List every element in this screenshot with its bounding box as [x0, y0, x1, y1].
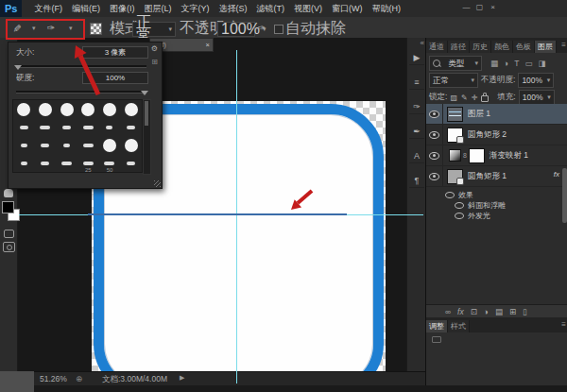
brush-preset[interactable] — [13, 154, 35, 172]
delete-layer-icon[interactable]: ▯ — [523, 307, 527, 316]
vertical-guide[interactable] — [236, 50, 237, 383]
menu-view[interactable]: 视图(V) — [289, 1, 327, 17]
filter-kind-dropdown[interactable]: 类型 ▾ — [429, 56, 482, 71]
menu-type[interactable]: 文字(Y) — [176, 1, 214, 17]
brush-panel-icon[interactable]: ✑ — [409, 100, 424, 114]
brush-grid-scrollbar[interactable] — [143, 99, 151, 175]
new-adjustment-layer-icon[interactable]: ◑ — [484, 307, 489, 316]
hand-tool-icon[interactable] — [4, 189, 13, 197]
brush-preset[interactable] — [35, 136, 57, 154]
panel-menu-icon[interactable]: ≡ — [561, 320, 566, 329]
lock-all-icon[interactable] — [481, 95, 489, 102]
eye-icon[interactable] — [445, 192, 455, 198]
brush-preset[interactable] — [120, 100, 142, 118]
brush-preset[interactable] — [13, 118, 35, 136]
auto-erase-checkbox[interactable] — [274, 25, 284, 34]
brush-preset[interactable] — [35, 154, 57, 172]
visibility-toggle[interactable] — [426, 166, 443, 186]
layer-name[interactable]: 圆角矩形 1 — [468, 171, 507, 182]
shape-layer-thumbnail[interactable] — [447, 169, 463, 184]
layer-row-layer1[interactable]: 图层 1 — [426, 104, 567, 125]
effect-outer-glow-row[interactable]: 外发光 — [426, 211, 567, 221]
layer-mask-thumbnail[interactable] — [469, 148, 485, 163]
brush-preset[interactable] — [56, 100, 77, 118]
tab-color[interactable]: 颜色 — [491, 41, 513, 53]
brush-preset[interactable] — [77, 136, 99, 154]
eye-icon[interactable] — [429, 131, 439, 139]
hardness-slider-thumb[interactable] — [141, 91, 148, 95]
layer-thumbnail[interactable] — [447, 107, 463, 122]
effect-bevel-emboss-row[interactable]: 斜面和浮雕 — [426, 200, 567, 211]
lock-position-icon[interactable]: ✛ — [472, 94, 478, 102]
tab-channels[interactable]: 通道 — [426, 41, 448, 53]
visibility-toggle[interactable] — [426, 104, 443, 124]
brush-preset[interactable] — [13, 100, 35, 118]
tool-preset-picker-icon[interactable] — [90, 23, 102, 35]
new-brush-preset-icon[interactable]: ⊞ — [151, 58, 158, 66]
brush-preset[interactable] — [13, 136, 35, 154]
brush-preset[interactable] — [77, 100, 99, 118]
adjustment-layer-icon[interactable] — [449, 149, 461, 162]
zoom-level[interactable]: 51.26% — [40, 374, 67, 383]
tab-adjustments[interactable]: 调整 — [426, 320, 448, 332]
tab-styles[interactable]: 样式 — [448, 320, 470, 332]
size-slider-thumb[interactable] — [14, 65, 22, 70]
add-layer-mask-icon[interactable]: ⊡ — [471, 307, 477, 316]
brush-presets-panel-icon[interactable]: ✒ — [409, 125, 424, 139]
actions-panel-icon[interactable]: ▶ — [409, 51, 424, 65]
status-flyout-arrow-icon[interactable]: ▶ — [180, 374, 184, 382]
brush-preset[interactable] — [99, 100, 121, 118]
filter-smart-objects-icon[interactable]: ◨ — [538, 59, 545, 68]
brush-preset[interactable] — [99, 136, 121, 154]
maximize-button[interactable]: ▢ — [473, 2, 486, 13]
menu-select[interactable]: 选择(S) — [214, 1, 251, 17]
lock-transparent-pixels-icon[interactable]: ▨ — [450, 94, 457, 102]
eye-icon[interactable] — [455, 213, 464, 219]
effects-header-row[interactable]: 效果 — [426, 190, 567, 200]
menu-help[interactable]: 帮助(H) — [367, 1, 405, 17]
document-tab-close-icon[interactable]: × — [206, 41, 210, 49]
brush-preset[interactable] — [77, 118, 99, 136]
layer-row-rounded-rect-2[interactable]: 圆角矩形 2 — [426, 125, 567, 145]
eye-icon[interactable] — [455, 202, 464, 209]
airbrush-icon[interactable]: ✑ — [321, 21, 329, 36]
layer-style-icon[interactable]: fx — [457, 307, 464, 316]
layer-name[interactable]: 渐变映射 1 — [490, 150, 528, 162]
brush-preset[interactable] — [56, 136, 77, 154]
layers-blend-mode-dropdown[interactable]: 正常 ▾ — [429, 73, 478, 88]
filter-adjustment-layers-icon[interactable]: ◑ — [504, 59, 508, 68]
brush-preset[interactable] — [120, 154, 142, 172]
brush-preset[interactable] — [35, 100, 57, 118]
fill-dropdown[interactable]: 100% ▾ — [519, 90, 555, 105]
close-button[interactable]: × — [487, 2, 499, 13]
filter-pixel-layers-icon[interactable]: ▦ — [490, 59, 498, 68]
brush-preset[interactable] — [120, 136, 142, 154]
layer-row-rounded-rect-1[interactable]: 圆角矩形 1 fx — [426, 166, 567, 187]
layers-scrollbar[interactable] — [562, 168, 567, 223]
tab-swatches[interactable]: 色板 — [513, 41, 535, 53]
new-group-icon[interactable]: ▤ — [495, 307, 503, 316]
eye-icon[interactable] — [429, 111, 439, 118]
layer-effects-badge[interactable]: fx — [554, 170, 559, 179]
menu-filter[interactable]: 滤镜(T) — [251, 1, 289, 17]
lock-image-pixels-icon[interactable]: ✎ — [461, 94, 468, 102]
menu-image[interactable]: 图像(I) — [105, 1, 140, 17]
visibility-toggle[interactable] — [426, 145, 443, 165]
expand-panels-icon[interactable]: « — [421, 39, 424, 47]
layer-name[interactable]: 图层 1 — [468, 109, 490, 120]
adjustment-preset-icon[interactable] — [432, 336, 441, 343]
panel-menu-icon[interactable]: ≡ — [561, 41, 566, 49]
brush-preset[interactable]: 50 — [99, 154, 121, 172]
blend-mode-dropdown[interactable]: 正常 ▾ — [132, 22, 176, 37]
quick-mask-mode-icon[interactable] — [4, 230, 14, 238]
link-layers-icon[interactable]: ∞ — [445, 307, 451, 316]
brush-preset[interactable]: 25 — [77, 154, 99, 172]
brush-preset[interactable] — [56, 154, 77, 172]
visibility-toggle[interactable] — [426, 125, 443, 145]
tab-paths[interactable]: 路径 — [448, 41, 470, 53]
clone-source-panel-icon[interactable]: ≡ — [409, 76, 424, 90]
brush-preset[interactable] — [56, 118, 77, 136]
filter-type-layers-icon[interactable]: T — [514, 59, 519, 68]
gear-icon[interactable]: ⚙ — [151, 44, 158, 53]
minimize-button[interactable]: — — [460, 2, 472, 13]
